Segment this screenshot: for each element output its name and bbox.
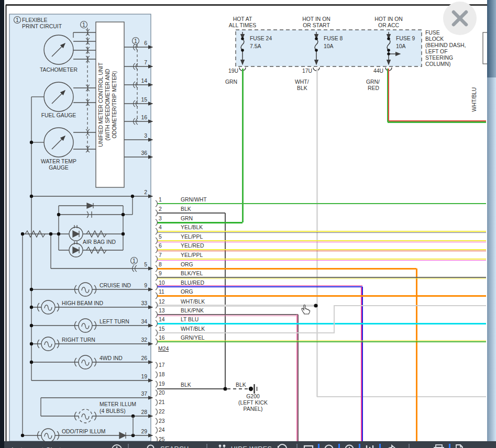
- fuse-note-6: COLUMN): [425, 61, 451, 67]
- share-icon: [384, 444, 397, 448]
- toolbar-divider: [206, 444, 207, 448]
- levels-button[interactable]: [364, 444, 376, 448]
- wirecolor-17u-1: WHT/: [295, 79, 309, 85]
- pin-number: 21: [159, 399, 165, 405]
- history-button[interactable]: [344, 444, 355, 448]
- unit-pin-36: 36: [141, 150, 147, 156]
- cruise-label: CRUISE IND: [100, 283, 131, 288]
- pin-number: 9: [159, 271, 162, 276]
- fuse-note-2: BLOCK: [425, 36, 444, 42]
- circle-tool-button[interactable]: [323, 444, 335, 448]
- pin-color: BLU/RED: [181, 280, 204, 286]
- fourwd-label: 4WD IND: [100, 355, 123, 361]
- close-icon: [451, 9, 469, 27]
- cluster-panel: [9, 14, 151, 441]
- toolbar-divider: [296, 444, 297, 448]
- svg-text:1: 1: [134, 38, 137, 44]
- connector-cups: [156, 200, 157, 441]
- document-icon: [454, 444, 465, 448]
- wirecolor-17u-2: BLK: [297, 85, 307, 91]
- pin-color: WHT/BLK: [181, 299, 205, 305]
- toolbar-blue-divider: [359, 444, 360, 448]
- unit-pin-19: 19: [141, 374, 147, 379]
- wiring-diagram-viewer: UNIFIED METER CONTROL UNIT (WITH SPEEDOM…: [0, 0, 496, 448]
- pin-color: ORG: [181, 262, 193, 267]
- document-button[interactable]: [454, 444, 465, 448]
- sliders-icon: [364, 444, 376, 448]
- unit-pin-29: 29: [141, 429, 147, 434]
- hide-wires-button[interactable]: HIDE WIRES: [213, 444, 291, 448]
- printer-icon: [433, 444, 445, 448]
- wirecolor-19u: GRN: [225, 79, 237, 85]
- pin-number: 24: [159, 427, 165, 433]
- fuse-note-1: FUSE: [425, 30, 440, 36]
- pin-color: BLK/PNK: [181, 308, 204, 313]
- wire-pin15-whtblk: [157, 306, 486, 333]
- water-temp-label-2: GAUGE: [49, 165, 69, 171]
- ground-wire-label-1: BLK: [181, 382, 191, 388]
- feed3-hot-1: HOT IN ON: [374, 16, 403, 22]
- unit-pin-16: 16: [141, 115, 147, 120]
- pin-color: WHT/BLK: [181, 326, 205, 332]
- unit-pin-2: 2: [144, 189, 147, 195]
- high-beam-label: HIGH BEAM IND: [62, 300, 103, 306]
- pin-number: 20: [159, 390, 165, 396]
- pin-number: 18: [159, 372, 165, 377]
- fpc-label-line2: PRINT CIRCUIT: [22, 24, 62, 29]
- vertical-scrollbar[interactable]: [487, 0, 496, 441]
- pin-number: 8: [159, 262, 162, 267]
- unit-pin-7: 7: [144, 60, 147, 65]
- right-turn-label: RIGHT TURN: [62, 337, 95, 343]
- fuse-note-3: (BEHIND DASH,: [425, 42, 466, 48]
- pin-color: YEL/PPL: [181, 252, 203, 258]
- junction-dot-ground: [223, 387, 227, 390]
- info-icon[interactable]: [111, 444, 123, 448]
- scrollbar-thumb[interactable]: [487, 0, 496, 77]
- fuse9-amps: 10A: [396, 43, 406, 49]
- feed3-hot-2: OR ACC: [378, 23, 399, 28]
- fuel-gauge-label: FUEL GAUGE: [41, 113, 76, 118]
- wiring-diagram: UNIFIED METER CONTROL UNIT (WITH SPEEDOM…: [0, 0, 496, 441]
- pin-color: BLK: [181, 206, 191, 212]
- harness-wires: [157, 69, 486, 441]
- share-button[interactable]: [384, 444, 397, 448]
- unit-pin-3: 3: [144, 133, 147, 139]
- unit-label-line3: ODOMETER/TRIP METER): [112, 71, 117, 138]
- unit-label-line1: UNIFIED METER CONTROL UNIT: [98, 62, 104, 147]
- pin-number: 1: [159, 197, 162, 203]
- toolbar-divider: [128, 444, 129, 448]
- close-button[interactable]: [443, 2, 477, 35]
- search-button[interactable]: SEARCH: [134, 444, 201, 448]
- fuse8-amps: 10A: [324, 43, 334, 49]
- unit-pin-5: 5: [144, 262, 147, 267]
- rectangle-tool-button[interactable]: [303, 444, 314, 448]
- unit-pin-28: 28: [141, 409, 147, 415]
- ground-dot: [249, 387, 253, 391]
- conn-44u: 44U: [373, 68, 383, 74]
- toolbar-blue-divider: [449, 444, 450, 448]
- fuse8-label: FUSE 8: [324, 36, 343, 41]
- gauge-symbols: [44, 35, 73, 157]
- pin-number: 13: [159, 308, 165, 313]
- fuse-note-5: STEERING: [425, 55, 453, 61]
- pin-number: 12: [159, 299, 165, 305]
- pin-color: ORG: [181, 289, 193, 295]
- ground-wire-label-2: BLK: [236, 382, 246, 388]
- unit-pin-32: 32: [141, 337, 147, 343]
- water-temp-label-1: WATER TEMP: [41, 159, 76, 164]
- fuse-note-4: LEFT OF: [425, 49, 448, 54]
- toolbar-blue-divider: [318, 444, 319, 448]
- meter-illum-label-2: (4 BULBS): [100, 408, 126, 414]
- rectangle-icon: [303, 444, 314, 448]
- junction-dot-pin12: [314, 304, 317, 307]
- pin-number: 22: [159, 409, 165, 415]
- undo-icon[interactable]: [275, 444, 287, 448]
- tachometer-label: TACHOMETER: [40, 67, 78, 73]
- right-edge-wire-label: WHT/BLU: [471, 87, 477, 112]
- pin-color: YEL/BLK: [181, 225, 203, 230]
- unit-pin-6: 6: [144, 40, 147, 46]
- pin-number: 23: [159, 418, 165, 424]
- pin-number: 16: [159, 335, 165, 341]
- print-button[interactable]: [433, 444, 445, 448]
- odo-illum-label: ODO/TRIP ILLUM: [62, 429, 106, 434]
